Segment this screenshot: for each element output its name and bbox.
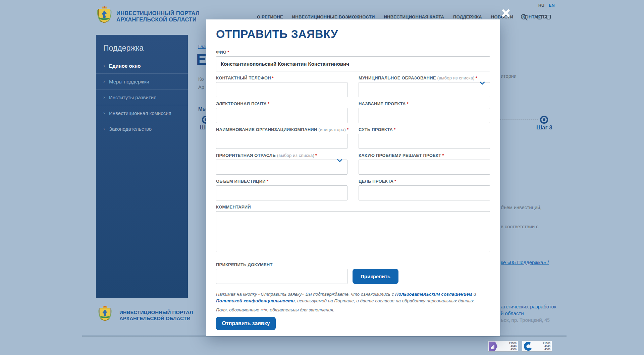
step3-circle-icon xyxy=(540,116,548,124)
goal-input[interactable] xyxy=(359,185,490,200)
field-label: ЦЕЛЬ ПРОЕКТА xyxy=(359,179,393,184)
search-icon[interactable] xyxy=(520,13,528,21)
text-fragment: в соответствии с xyxy=(501,224,538,229)
sidebar-item-label: Законодательство xyxy=(109,126,152,132)
required-mark: * xyxy=(476,75,477,80)
field-label: ПРИОРИТЕТНАЯ ОТРАСЛЬ xyxy=(216,153,276,158)
page: ИНВЕСТИЦИОННЫЙ ПОРТАЛ АРХАНГЕЛЬСКОЙ ОБЛА… xyxy=(0,0,644,355)
organization-input[interactable] xyxy=(216,134,347,149)
steps-dotted-line xyxy=(500,119,538,120)
required-fields-note: Поля, обозначенные «*», обязательны для … xyxy=(216,307,490,312)
modal-title: ОТПРАВИТЬ ЗАЯВКУ xyxy=(216,27,490,41)
sidebar-title: Поддержка xyxy=(96,35,188,58)
nav-opportunities[interactable]: ИНВЕСТИЦИОННЫЕ ВОЗМОЖНОСТИ xyxy=(292,14,375,19)
lang-en[interactable]: EN xyxy=(549,3,554,8)
sidebar-item-legislation[interactable]: › Законодательство xyxy=(96,121,188,136)
field-label: МУНИЦИПАЛЬНОЕ ОБРАЗОВАНИЕ xyxy=(359,75,436,80)
sidebar-item-support-measures[interactable]: › Меры поддержки xyxy=(96,73,188,89)
lang-ru[interactable]: RU xyxy=(538,3,544,8)
submit-application-button[interactable]: Отправить заявку xyxy=(216,317,276,330)
field-email: ЭЛЕКТРОННАЯ ПОЧТА* xyxy=(216,101,347,123)
municipality-select[interactable] xyxy=(359,82,490,97)
agreement-part3: , используемой на Портале, и даете согла… xyxy=(295,298,475,303)
field-hint: (выбор из списка) xyxy=(277,153,314,158)
language-switcher: RU EN xyxy=(538,3,554,8)
sidebar-item-institutes[interactable]: › Институты развития xyxy=(96,89,188,105)
footer-developer-fragment[interactable]: атегических разработок xyxy=(501,304,556,309)
sidebar-item-label: Институты развития xyxy=(109,95,156,100)
accessibility-glasses-icon[interactable] xyxy=(537,14,551,21)
footer-developer-fragment[interactable]: й области xyxy=(501,310,524,316)
submit-application-modal: ОТПРАВИТЬ ЗАЯВКУ ФИО* КОНТАКТНЫЙ ТЕЛЕФОН… xyxy=(206,19,500,336)
field-essence: СУТЬ ПРОЕКТА* xyxy=(359,127,490,149)
field-volume: ОБЪЕМ ИНВЕСТИЦИЙ* xyxy=(216,179,347,200)
liveinternet-bars-icon xyxy=(489,342,497,351)
agreement-part2: и xyxy=(472,292,476,297)
field-fio: ФИО* xyxy=(216,50,490,71)
sputnik-counter-badge[interactable]: 2150048484386 xyxy=(522,341,552,352)
required-mark: * xyxy=(267,179,268,184)
footer-logo-coat-of-arms[interactable] xyxy=(98,305,112,322)
counter-numbers: 2150048484386 xyxy=(509,342,518,351)
site-title-line2: АРХАНГЕЛЬСКОЙ ОБЛАСТИ xyxy=(116,16,200,23)
text-fragment: Ар xyxy=(198,84,204,90)
agreement-part1: Нажимая на кнопку «Отправить заявку» Вы … xyxy=(216,292,395,297)
step3-label: Шаг 3 xyxy=(536,124,552,131)
field-comment: КОММЕНТАРИЙ xyxy=(216,204,490,253)
required-mark: * xyxy=(347,127,348,132)
chevron-right-icon: › xyxy=(103,126,105,131)
comment-textarea[interactable] xyxy=(216,211,490,252)
attach-button[interactable]: Прикрепить xyxy=(353,269,398,284)
attach-document-input[interactable] xyxy=(216,269,347,284)
required-mark: * xyxy=(272,75,274,80)
chevron-right-icon: › xyxy=(103,78,105,84)
email-input[interactable] xyxy=(216,108,347,123)
project-name-input[interactable] xyxy=(359,108,490,123)
sidebar-item-commission[interactable]: › Инвестиционная комиссия xyxy=(96,105,188,121)
field-project-name: НАЗВАНИЕ ПРОЕКТА* xyxy=(359,101,490,123)
footer-site-title[interactable]: ИНВЕСТИЦИОННЫЙ ПОРТАЛ АРХАНГЕЛЬСКОЙ ОБЛА… xyxy=(119,309,193,321)
footer-address-fragment: ьск, пр. Троицкий, 45 xyxy=(501,317,550,323)
site-logo-coat-of-arms[interactable] xyxy=(97,6,112,24)
text-fragment: бъем инвестиций, xyxy=(501,205,541,210)
step1-label-fragment: Ш xyxy=(200,124,206,131)
phone-input[interactable] xyxy=(216,82,347,97)
field-label: КОНТАКТНЫЙ ТЕЛЕФОН xyxy=(216,75,271,80)
nav-region[interactable]: О РЕГИОНЕ xyxy=(257,14,283,19)
sputnik-c-icon xyxy=(523,341,533,351)
nav-support[interactable]: ПОДДЕРЖКА xyxy=(453,14,482,19)
footer-title-line2: АРХАНГЕЛЬСКОЙ ОБЛАСТИ xyxy=(119,315,193,321)
close-icon[interactable] xyxy=(500,8,510,18)
support-sidebar: Поддержка › Единое окно › Меры поддержки… xyxy=(96,35,188,298)
counter-numbers: 2150048484386 xyxy=(543,342,552,351)
problem-input[interactable] xyxy=(359,160,490,175)
attach-row: ПРИКРЕПИТЬ ДОКУМЕНТ Прикрепить xyxy=(216,262,490,284)
text-fragment: Мы xyxy=(198,106,207,112)
sidebar-item-single-window[interactable]: › Единое окно xyxy=(96,58,188,73)
volume-input[interactable] xyxy=(216,185,347,200)
field-label: ФИО xyxy=(216,50,226,55)
fio-input[interactable] xyxy=(216,56,490,71)
breadcrumb-fragment[interactable]: Гла xyxy=(198,44,206,49)
sidebar-item-label: Меры поддержки xyxy=(109,79,149,84)
site-title[interactable]: ИНВЕСТИЦИОННЫЙ ПОРТАЛ АРХАНГЕЛЬСКОЙ ОБЛА… xyxy=(116,10,200,23)
required-mark: * xyxy=(268,101,269,106)
liveinternet-counter-badge[interactable]: 2150048484386 xyxy=(488,341,518,352)
field-label: СУТЬ ПРОЕКТА xyxy=(359,127,393,132)
nav-map[interactable]: ИНВЕСТИЦИОННАЯ КАРТА xyxy=(384,14,444,19)
privacy-policy-link[interactable]: Политикой конфиденциальности xyxy=(216,298,295,303)
essence-input[interactable] xyxy=(359,134,490,149)
field-label: ЭЛЕКТРОННАЯ ПОЧТА xyxy=(216,101,267,106)
field-label: КАКУЮ ПРОБЛЕМУ РЕШАЕТ ПРОЕКТ xyxy=(359,153,441,158)
support05-link-fragment[interactable]: ке «05 Поддержка» / xyxy=(501,259,549,265)
user-agreement-link[interactable]: Пользовательским соглашением xyxy=(395,292,472,297)
site-title-line1: ИНВЕСТИЦИОННЫЙ ПОРТАЛ xyxy=(116,10,200,16)
required-mark: * xyxy=(407,101,409,106)
required-mark: * xyxy=(442,153,444,158)
required-mark: * xyxy=(227,50,229,55)
required-mark: * xyxy=(394,127,395,132)
field-hint: (выбор из списка) xyxy=(437,75,474,80)
chevron-right-icon: › xyxy=(103,110,105,116)
sidebar-item-label: Единое окно xyxy=(109,63,141,69)
industry-select[interactable] xyxy=(216,160,347,175)
